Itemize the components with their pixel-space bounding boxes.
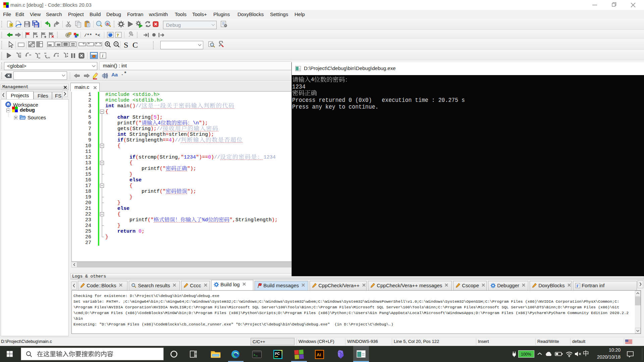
svg-text:i: i [102,53,103,58]
svg-text:*<: *< [95,33,100,38]
svg-text:PC: PC [275,352,280,356]
svg-text:Ai: Ai [317,352,321,357]
svg-text:?: ? [117,33,119,38]
svg-text:S: S [124,41,128,49]
svg-text:F: F [577,284,579,288]
svg-text:C: C [132,41,138,49]
svg-text:/**: /** [84,33,92,38]
svg-text:R: R [106,22,109,26]
